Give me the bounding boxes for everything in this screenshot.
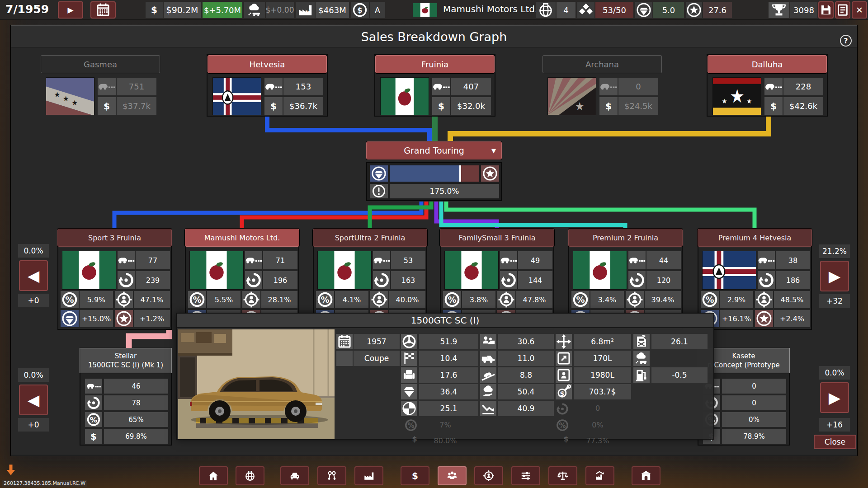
page-right-button[interactable]: ▶ bbox=[820, 261, 849, 291]
country-tab-fruinia[interactable]: Fruinia bbox=[375, 55, 495, 73]
model-tab-premium2[interactable]: Premium 2 Fruinia bbox=[568, 229, 683, 247]
pager-right-top-delta: +32 bbox=[819, 294, 850, 308]
segment-dropdown[interactable]: Grand Touring ▼ bbox=[366, 141, 502, 160]
factory-icon bbox=[363, 470, 375, 482]
model-competitors: 163 bbox=[391, 271, 425, 289]
model-demo: 28.1% bbox=[261, 291, 297, 308]
play-icon: ▶ bbox=[67, 5, 73, 14]
toolbar-world-button[interactable] bbox=[236, 466, 264, 485]
offroad-icon bbox=[480, 367, 496, 383]
country-units: 751 bbox=[117, 78, 156, 95]
prestige-icon bbox=[115, 310, 133, 327]
competitors-icon bbox=[628, 271, 646, 289]
toolbar-vehicles-button[interactable] bbox=[280, 466, 309, 485]
branches-icon bbox=[536, 2, 556, 18]
slider-blue-fill bbox=[390, 165, 459, 182]
toolbar-marketing-button[interactable] bbox=[474, 466, 503, 485]
toolbar-sales-button[interactable] bbox=[438, 466, 467, 485]
vehicle-photo bbox=[178, 329, 335, 439]
model-tab-mamushi[interactable]: Mamushi Motors Ltd. bbox=[185, 229, 299, 247]
market-share-icon bbox=[701, 291, 719, 308]
luxury-rating: 5.0 bbox=[653, 2, 684, 18]
help-button[interactable]: ? bbox=[840, 35, 852, 47]
page-left-bottom-button[interactable]: ◀ bbox=[19, 385, 48, 415]
toolbar-factories-button[interactable] bbox=[354, 466, 383, 485]
country-box-archana: Archana 0 $ $24.5k bbox=[542, 55, 662, 116]
model-share: 2.9% bbox=[720, 291, 753, 308]
arrow-right-icon: ▶ bbox=[829, 267, 840, 285]
exit-button[interactable]: ✕ bbox=[852, 1, 867, 19]
avg-price-icon: $ bbox=[599, 97, 618, 115]
trim-units: 46 bbox=[104, 379, 168, 394]
depreciation-icon bbox=[480, 401, 496, 416]
luxury-prestige-slider[interactable] bbox=[390, 165, 479, 182]
trim-title[interactable]: Stellar1500GTC SC (I) (Mk 1) bbox=[80, 348, 172, 373]
toolbar-stock-button[interactable] bbox=[585, 466, 614, 485]
archana-flag bbox=[548, 78, 596, 115]
fruinia-flag bbox=[190, 251, 243, 289]
trim-units: 0 bbox=[722, 379, 786, 394]
model-luxury: +15.0% bbox=[80, 310, 113, 327]
toolbar-components-button[interactable] bbox=[317, 466, 346, 485]
model-box-sport3: Sport 3 Fruinia 77 239 5.9% 47.1% +15.0%… bbox=[57, 229, 172, 330]
toolbar-settings-button[interactable] bbox=[511, 466, 540, 485]
trim-box-stellar: Stellar1500GTC SC (I) (Mk 1) 46 78 65% $… bbox=[80, 348, 172, 446]
pager-left-bottom-percent: 0.0% bbox=[18, 368, 49, 382]
pager-right-bottom-delta: +16 bbox=[819, 418, 850, 432]
units-sold-icon bbox=[764, 78, 783, 95]
trim-model: 1500GTC SC (I) (Mk 1) bbox=[88, 361, 163, 370]
close-icon: ✕ bbox=[856, 5, 863, 15]
model-share: 3.8% bbox=[462, 291, 495, 308]
dealership-icon bbox=[640, 470, 652, 482]
drivability-value: 51.9 bbox=[419, 334, 478, 349]
calendar-button[interactable] bbox=[90, 1, 116, 19]
model-demo: 48.5% bbox=[774, 291, 810, 308]
model-box-premium4: Premium 4 Hetvesia 38 186 2.9% 48.5% +16… bbox=[698, 229, 812, 330]
car-icon bbox=[289, 470, 301, 482]
model-tab-familysmall[interactable]: FamilySmall 3 Fruinia bbox=[440, 229, 554, 247]
country-price: $32.0k bbox=[451, 97, 491, 115]
model-demo: 39.4% bbox=[645, 291, 681, 308]
competitors-icon bbox=[373, 271, 390, 289]
segment-competitiveness: 175.0% bbox=[390, 184, 499, 198]
ghost-value: 0 bbox=[580, 404, 616, 413]
download-icon[interactable] bbox=[5, 462, 17, 478]
segment-name: Grand Touring bbox=[404, 145, 464, 155]
comfort-icon bbox=[401, 367, 417, 383]
toolbar-dealership-button[interactable] bbox=[632, 466, 660, 485]
pager-left-top-percent: 0.0% bbox=[18, 244, 49, 258]
country-tab-gasmea[interactable]: Gasmea bbox=[41, 55, 160, 73]
trim-profit: 78.9% bbox=[722, 429, 786, 444]
prestige-rating: 27.6 bbox=[703, 2, 732, 18]
page-left-button[interactable]: ◀ bbox=[19, 260, 48, 291]
segment-panel: Grand Touring ▼ 175.0% bbox=[366, 141, 502, 201]
model-tab-sport3[interactable]: Sport 3 Fruinia bbox=[57, 229, 172, 247]
country-tab-hetvesia[interactable]: Hetvesia bbox=[208, 55, 327, 73]
model-demo: 47.1% bbox=[134, 291, 170, 308]
trim-competitors: 78 bbox=[104, 395, 168, 410]
reports-button[interactable] bbox=[835, 1, 850, 19]
model-share: 3.4% bbox=[590, 291, 624, 308]
toolbar-finances-button[interactable]: $ bbox=[401, 466, 429, 485]
toolbar-home-button[interactable] bbox=[199, 466, 228, 485]
model-competitors: 186 bbox=[776, 271, 810, 289]
model-tab-sportultra[interactable]: SportUltra 2 Fruinia bbox=[313, 229, 427, 247]
toolbar-legal-button[interactable] bbox=[548, 466, 577, 485]
service-cost-icon bbox=[556, 384, 572, 399]
model-units: 38 bbox=[776, 251, 810, 269]
play-button[interactable]: ▶ bbox=[58, 1, 83, 19]
country-tab-dalluha[interactable]: Dalluha bbox=[708, 55, 827, 73]
slider-luxury-icon bbox=[370, 165, 388, 182]
report-icon bbox=[836, 2, 849, 18]
model-prestige: +2.4% bbox=[774, 310, 810, 327]
units-sold-icon bbox=[118, 251, 135, 269]
model-tab-premium4[interactable]: Premium 4 Hetvesia bbox=[698, 229, 812, 247]
close-button[interactable]: Close bbox=[814, 435, 856, 449]
body-type-icon bbox=[336, 351, 353, 366]
world-icon bbox=[244, 470, 256, 482]
page-right-bottom-button[interactable]: ▶ bbox=[820, 382, 849, 413]
save-button[interactable] bbox=[818, 1, 834, 19]
competitors-icon bbox=[118, 271, 135, 289]
slider-red-fill bbox=[461, 165, 479, 182]
country-tab-archana[interactable]: Archana bbox=[542, 55, 662, 73]
